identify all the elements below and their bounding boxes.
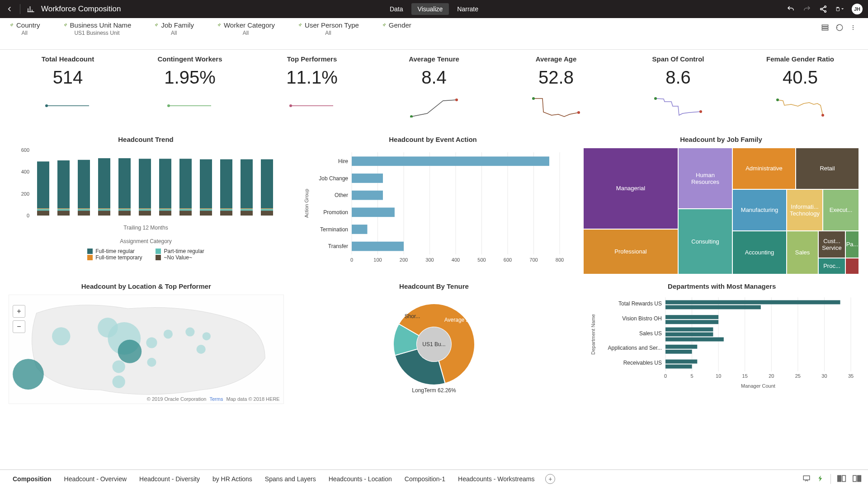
sheet-tab[interactable]: Composition	[6, 475, 58, 483]
svg-point-18	[455, 99, 458, 101]
share-icon[interactable]	[819, 5, 827, 13]
filter-gender[interactable]: Gender	[382, 21, 411, 36]
svg-point-9	[853, 27, 854, 28]
app-header: Workforce Composition Data Visualize Nar…	[0, 0, 868, 18]
panel-headcount-trend[interactable]: Headcount Trend 0200400600 Trailing 12 M…	[9, 136, 283, 274]
panel-location-map[interactable]: Headcount by Location & Top Performer + …	[9, 282, 283, 404]
svg-text:Human: Human	[696, 172, 715, 178]
map-bubble[interactable]	[146, 338, 157, 348]
treemap-cell[interactable]: HumanResources	[678, 148, 732, 209]
filter-settings-icon[interactable]	[821, 23, 830, 33]
panel-dept-managers[interactable]: Departments with Most Managers 051015202…	[585, 282, 859, 404]
treemap-cell[interactable]: Informati...Technology	[787, 189, 823, 231]
filter-history-icon[interactable]	[835, 23, 844, 33]
refresh-icon[interactable]	[817, 474, 824, 484]
kpi-top-performers[interactable]: Top Performers11.1%	[253, 55, 371, 117]
svg-rect-62	[200, 209, 212, 211]
tab-visualize[interactable]: Visualize	[411, 3, 449, 15]
legend-title: Assignment Category	[120, 238, 172, 244]
kebab-icon[interactable]	[850, 23, 859, 33]
map-bubble[interactable]	[164, 329, 173, 338]
map-bubble[interactable]	[197, 345, 206, 354]
kpi-span-of-control[interactable]: Span Of Control8.6	[619, 55, 737, 117]
panel-tenure-donut[interactable]: Headcount By Tenure US1 Bu...Shor...Aver…	[297, 282, 571, 404]
sheet-tab[interactable]: Headcount - Diversity	[133, 475, 206, 483]
svg-rect-170	[665, 338, 724, 342]
kpi-average-tenure[interactable]: Average Tenure8.4	[375, 55, 493, 117]
map-bubble[interactable]	[52, 327, 70, 345]
svg-text:Average 2...: Average 2...	[444, 317, 474, 323]
kpi-contingent-workers[interactable]: Contingent Workers1.95%	[131, 55, 249, 117]
map-bubble[interactable]	[113, 375, 125, 388]
filter-country[interactable]: CountryAll	[9, 21, 40, 36]
svg-text:Other: Other	[334, 192, 348, 198]
svg-text:Resources: Resources	[691, 178, 720, 185]
treemap-cell[interactable]	[845, 258, 859, 274]
svg-text:Managerial: Managerial	[616, 185, 645, 192]
terms-link[interactable]: Terms	[209, 396, 223, 402]
chart-title: Headcount Trend	[118, 136, 174, 143]
map-bubble[interactable]	[113, 360, 125, 373]
svg-rect-69	[241, 211, 253, 216]
treemap-cell[interactable]: Execut...	[823, 189, 859, 231]
treemap-cell[interactable]: Sales	[787, 231, 818, 274]
filter-user-person-type[interactable]: User Person TypeAll	[297, 21, 359, 36]
map-bubble[interactable]	[203, 332, 211, 340]
map-bubble[interactable]	[13, 359, 44, 389]
svg-point-20	[577, 111, 580, 114]
tab-data[interactable]: Data	[383, 3, 410, 15]
sheet-tab[interactable]: Headcount - Overview	[58, 475, 133, 483]
map-bubble[interactable]	[147, 358, 156, 367]
layout-split-icon[interactable]	[837, 475, 846, 483]
svg-text:Termination: Termination	[320, 226, 348, 233]
treemap-cell[interactable]: Administrative	[732, 148, 796, 189]
kpi-average-age[interactable]: Average Age52.8	[497, 55, 615, 117]
view-mode-tabs: Data Visualize Narrate	[383, 3, 485, 15]
kpi-total-headcount[interactable]: Total Headcount514	[9, 55, 127, 117]
treemap-cell[interactable]: Pa...	[845, 231, 859, 258]
chart-legend: Full-time regularFull-time temporaryPart…	[87, 248, 204, 261]
undo-icon[interactable]	[787, 5, 795, 13]
map-canvas[interactable]: + − © 2019 Oracle Corporation Terms Map …	[9, 295, 284, 404]
zoom-in-button[interactable]: +	[13, 305, 25, 318]
treemap-cell[interactable]: Retail	[796, 148, 859, 189]
back-icon[interactable]	[5, 5, 14, 13]
map-bubble[interactable]	[185, 328, 194, 337]
treemap-cell[interactable]: Accounting	[732, 231, 787, 274]
add-sheet-button[interactable]: +	[545, 474, 555, 484]
svg-point-24	[821, 114, 824, 117]
treemap-cell[interactable]: Professional	[583, 229, 678, 274]
treemap-cell[interactable]: Cust...Service	[818, 231, 845, 258]
map-bubble[interactable]	[118, 340, 142, 363]
svg-text:200: 200	[21, 191, 29, 197]
tab-narrate[interactable]: Narrate	[451, 3, 485, 15]
sheet-tab[interactable]: Spans and Layers	[259, 475, 322, 483]
sheet-tab[interactable]: Headcounts - Location	[322, 475, 398, 483]
sheet-tab[interactable]: by HR Actions	[206, 475, 259, 483]
filter-business-unit-name[interactable]: Business Unit NameUS1 Business Unit	[63, 21, 132, 36]
filter-job-family[interactable]: Job FamilyAll	[154, 21, 194, 36]
kpi-female-gender-ratio[interactable]: Female Gender Ratio40.5	[741, 55, 859, 117]
filter-bar: CountryAllBusiness Unit NameUS1 Business…	[0, 18, 868, 50]
filter-worker-category[interactable]: Worker CategoryAll	[217, 21, 275, 36]
svg-text:Transfer: Transfer	[328, 243, 348, 249]
save-icon[interactable]	[835, 5, 844, 13]
sheet-tab[interactable]: Headcounts - Workstreams	[452, 475, 541, 483]
panel-event-action[interactable]: Headcount by Event Action 01002003004005…	[296, 136, 570, 274]
treemap-cell[interactable]: Manufacturing	[732, 189, 787, 231]
redo-icon[interactable]	[803, 5, 811, 13]
layout-single-icon[interactable]	[853, 475, 862, 483]
treemap-cell[interactable]: Managerial	[583, 148, 678, 229]
sheet-tab[interactable]: Composition-1	[398, 475, 452, 483]
svg-text:Applications and Ser...: Applications and Ser...	[608, 345, 661, 351]
treemap-cell[interactable]: Proc...	[818, 258, 845, 274]
svg-text:Proc...: Proc...	[823, 263, 840, 269]
panel-job-family[interactable]: Headcount by Job Family ManagerialProfes…	[583, 136, 859, 274]
svg-rect-38	[78, 209, 90, 211]
svg-text:Service: Service	[822, 244, 841, 251]
svg-rect-139	[845, 258, 859, 274]
present-icon[interactable]	[802, 474, 811, 484]
zoom-out-button[interactable]: −	[13, 320, 25, 333]
treemap-cell[interactable]: Consulting	[678, 209, 732, 274]
avatar[interactable]: JH	[852, 4, 863, 14]
